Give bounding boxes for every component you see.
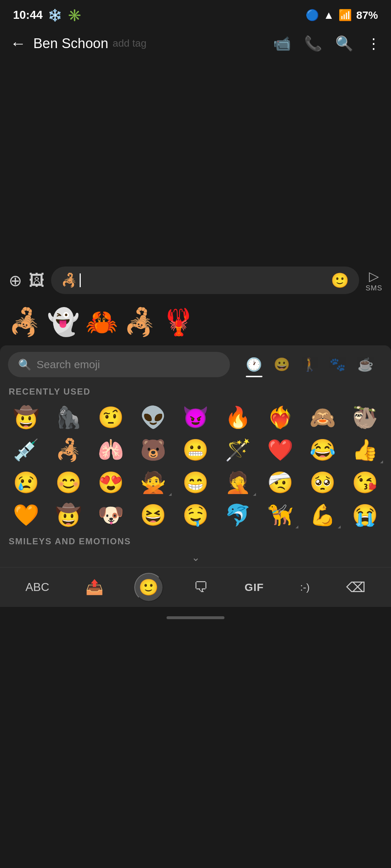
snowflake-icon: ❄️: [48, 8, 62, 22]
emoji-5: 🔥: [225, 405, 251, 430]
emoji-cell-20[interactable]: 😍: [90, 466, 132, 499]
emoji-cell-19[interactable]: 😊: [47, 466, 90, 499]
tab-recent[interactable]: 🕐: [240, 354, 268, 375]
emoji-suggestion-3[interactable]: 🦂: [122, 305, 158, 339]
tab-smileys[interactable]: 😀: [268, 354, 296, 375]
tab-animals[interactable]: 🐾: [324, 354, 352, 375]
emoji-cell-8[interactable]: 🦥: [344, 401, 386, 434]
emoji-cell-14[interactable]: 🪄: [216, 434, 259, 466]
app-bar: ← Ben Schoon add tag 📹 📞 🔍 ⋮: [0, 27, 391, 60]
contact-subtitle: add tag: [113, 38, 146, 49]
tab-objects[interactable]: ☕: [352, 354, 379, 375]
emoji-cell-27[interactable]: 🧡: [5, 499, 47, 531]
emoji-1: 🦍: [55, 405, 81, 430]
emoji-cell-26[interactable]: 😘: [344, 466, 386, 499]
emoji-tab-button[interactable]: 🙂: [134, 573, 163, 602]
emoji-cell-23[interactable]: 🤦: [216, 466, 259, 499]
emoji-suggestion-1[interactable]: 👻: [46, 305, 81, 339]
emoji-13: 😬: [182, 438, 209, 462]
delete-button[interactable]: ⌫: [340, 576, 371, 599]
back-button[interactable]: ←: [10, 34, 26, 52]
gallery-button[interactable]: 🖼: [29, 271, 45, 289]
emoji-21: 🙅: [140, 470, 166, 495]
emoji-cell-15[interactable]: ❤️: [259, 434, 301, 466]
emoji-suggestion-2[interactable]: 🦀: [84, 305, 119, 339]
emoji-2: 🤨: [98, 405, 124, 430]
emoji-4: 😈: [182, 405, 209, 430]
phone-button[interactable]: 📞: [304, 35, 322, 52]
emoji-cell-24[interactable]: 🤕: [259, 466, 301, 499]
kaomoji-button[interactable]: :-): [294, 578, 315, 597]
abc-button[interactable]: ABC: [20, 577, 55, 597]
chevron-down-row: ⌄: [0, 548, 391, 567]
emoji-cell-17[interactable]: 👍: [344, 434, 386, 466]
emoji-24: 🤕: [267, 470, 293, 495]
emoji-18: 😢: [13, 470, 39, 495]
emoji-19: 😊: [55, 470, 81, 495]
emoji-cell-32[interactable]: 🐬: [216, 499, 259, 531]
search-button[interactable]: 🔍: [335, 35, 353, 52]
tab-people[interactable]: 🚶: [296, 354, 324, 375]
emoji-cell-35[interactable]: 😭: [344, 499, 386, 531]
emoji-cell-31[interactable]: 🤤: [175, 499, 217, 531]
sms-send-button[interactable]: ▷ SMS: [366, 269, 382, 292]
add-button[interactable]: ⊕: [9, 271, 22, 290]
emoji-cell-33[interactable]: 🦮: [259, 499, 301, 531]
emoji-cell-11[interactable]: 🫁: [90, 434, 132, 466]
emoji-14: 🪄: [225, 438, 251, 462]
emoji-cell-22[interactable]: 😁: [175, 466, 217, 499]
emoji-cell-34[interactable]: 💪: [301, 499, 344, 531]
bluetooth-icon: 🔵: [306, 9, 319, 21]
status-right: 🔵 ▲ 📶 87%: [306, 9, 378, 21]
fan-icon: ✳️: [67, 8, 82, 22]
message-input-box[interactable]: 🦂 🙂: [51, 267, 359, 294]
emoji-16: 😂: [310, 438, 336, 462]
emoji-cell-2[interactable]: 🤨: [90, 401, 132, 434]
emoji-cell-4[interactable]: 😈: [175, 401, 217, 434]
emoji-search-box[interactable]: 🔍 Search emoji: [8, 352, 230, 377]
emoji-10: 🦂: [55, 438, 81, 462]
emoji-cell-18[interactable]: 😢: [5, 466, 47, 499]
emoji-cell-16[interactable]: 😂: [301, 434, 344, 466]
emoji-cell-3[interactable]: 👽: [132, 401, 175, 434]
emoji-cell-6[interactable]: ❤️‍🔥: [259, 401, 301, 434]
send-arrow-icon: ▷: [369, 269, 379, 284]
emoji-cell-5[interactable]: 🔥: [216, 401, 259, 434]
gif-button[interactable]: GIF: [239, 578, 270, 597]
emoji-search-row: 🔍 Search emoji 🕐 😀 🚶 🐾 ☕: [0, 345, 391, 382]
emoji-picker-button[interactable]: 🙂: [331, 272, 349, 289]
emoji-3: 👽: [140, 405, 166, 430]
video-call-button[interactable]: 📹: [273, 35, 291, 52]
emoji-29: 🐶: [98, 503, 124, 527]
delete-icon: ⌫: [346, 579, 366, 595]
collapse-keyboard-button[interactable]: ⌄: [192, 552, 200, 563]
app-bar-icons: 📹 📞 🔍 ⋮: [273, 35, 381, 52]
emoji-cell-12[interactable]: 🐻: [132, 434, 175, 466]
emoji-30: 😆: [140, 503, 166, 527]
emoji-cell-29[interactable]: 🐶: [90, 499, 132, 531]
text-cursor: [80, 273, 81, 287]
emoji-27: 🧡: [13, 503, 39, 527]
emoji-cell-25[interactable]: 🥺: [301, 466, 344, 499]
emoji-cell-9[interactable]: 💉: [5, 434, 47, 466]
emoji-cell-1[interactable]: 🦍: [47, 401, 90, 434]
emoji-cell-30[interactable]: 😆: [132, 499, 175, 531]
emoji-35: 😭: [352, 503, 378, 527]
emoji-suggestion-4[interactable]: 🦞: [161, 305, 196, 339]
gboard-sticker-button[interactable]: 🗨: [188, 575, 214, 599]
emoji-cell-13[interactable]: 😬: [175, 434, 217, 466]
emoji-cell-7[interactable]: 🙈: [301, 401, 344, 434]
emoji-cell-10[interactable]: 🦂: [47, 434, 90, 466]
emoji-keyboard: 🔍 Search emoji 🕐 😀 🚶 🐾 ☕ RECENTLY USED 🤠…: [0, 345, 391, 607]
sticker-button[interactable]: 📤: [80, 575, 109, 599]
more-button[interactable]: ⋮: [366, 35, 381, 52]
emoji-category-tabs: 🕐 😀 🚶 🐾 ☕: [236, 354, 383, 375]
contact-name-area: Ben Schoon add tag: [33, 36, 266, 51]
contact-name: Ben Schoon: [33, 36, 108, 51]
emoji-0: 🤠: [13, 405, 39, 430]
status-bar: 10:44 ❄️ ✳️ 🔵 ▲ 📶 87%: [0, 0, 391, 27]
emoji-cell-0[interactable]: 🤠: [5, 401, 47, 434]
emoji-cell-28[interactable]: 🤠: [47, 499, 90, 531]
emoji-suggestion-0[interactable]: 🦂: [7, 305, 43, 339]
emoji-cell-21[interactable]: 🙅: [132, 466, 175, 499]
